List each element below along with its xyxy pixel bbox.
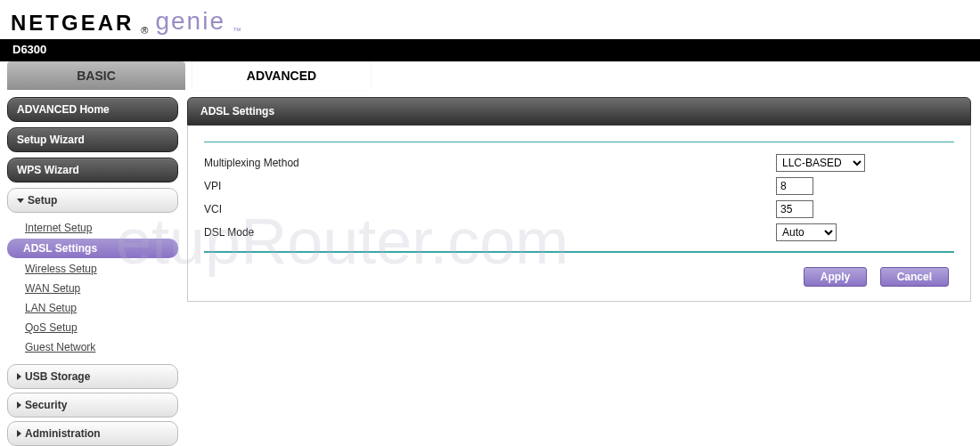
chevron-down-icon	[17, 199, 24, 203]
sidebar-advanced-home[interactable]: ADVANCED Home	[7, 97, 178, 122]
logo: NETGEAR® genie™	[11, 7, 969, 36]
sidebar-item-wireless-setup[interactable]: Wireless Setup	[7, 259, 178, 279]
label-dsl-mode: DSL Mode	[204, 226, 776, 239]
tab-basic[interactable]: BASIC	[7, 61, 185, 90]
sidebar-setup[interactable]: Setup	[7, 188, 178, 213]
sidebar-setup-wizard[interactable]: Setup Wizard	[7, 127, 178, 152]
sidebar-item-internet-setup[interactable]: Internet Setup	[7, 218, 178, 238]
label-vci: VCI	[204, 203, 776, 215]
select-dsl-mode[interactable]: Auto	[776, 223, 837, 241]
button-row: Apply Cancel	[204, 253, 954, 292]
model-bar: D6300	[0, 39, 980, 61]
cancel-button[interactable]: Cancel	[880, 267, 949, 287]
top-tabs: BASIC ADVANCED	[0, 61, 980, 90]
header: NETGEAR® genie™	[0, 0, 980, 39]
select-multiplexing[interactable]: LLC-BASED	[776, 154, 865, 172]
sidebar-item-adsl-settings[interactable]: ADSL Settings	[7, 239, 178, 258]
sidebar-item-wan-setup[interactable]: WAN Setup	[7, 279, 178, 298]
model-label: D6300	[12, 41, 980, 61]
label-multiplexing: Multiplexing Method	[204, 157, 776, 169]
divider	[204, 142, 954, 142]
chevron-right-icon	[17, 430, 21, 437]
row-vpi: VPI	[204, 174, 954, 198]
sidebar: ADVANCED Home Setup Wizard WPS Wizard Se…	[0, 90, 185, 446]
sidebar-setup-label: Setup	[28, 194, 57, 207]
sidebar-administration-label: Administration	[25, 427, 101, 440]
row-dsl-mode: DSL Mode Auto	[204, 221, 954, 244]
tab-advanced[interactable]: ADVANCED	[192, 61, 371, 90]
label-vpi: VPI	[204, 180, 776, 192]
registered-mark: ®	[141, 25, 148, 36]
chevron-right-icon	[17, 401, 21, 409]
setup-submenu: Internet Setup ADSL Settings Wireless Se…	[7, 216, 178, 364]
brand-name: NETGEAR	[11, 11, 134, 36]
sidebar-security[interactable]: Security	[7, 393, 178, 418]
apply-button[interactable]: Apply	[804, 267, 867, 287]
trademark: ™	[233, 26, 241, 36]
sidebar-security-label: Security	[25, 399, 67, 411]
chevron-right-icon	[17, 373, 21, 380]
panel-body: Multiplexing Method LLC-BASED VPI VCI	[187, 126, 971, 302]
row-vci: VCI	[204, 198, 954, 221]
sidebar-item-guest-network[interactable]: Guest Network	[7, 337, 178, 357]
sidebar-item-lan-setup[interactable]: LAN Setup	[7, 298, 178, 318]
input-vpi[interactable]	[776, 177, 813, 195]
content: ADSL Settings Multiplexing Method LLC-BA…	[185, 90, 980, 446]
sidebar-item-qos-setup[interactable]: QoS Setup	[7, 318, 178, 337]
panel-title: ADSL Settings	[187, 97, 971, 126]
sidebar-wps-wizard[interactable]: WPS Wizard	[7, 158, 178, 182]
sidebar-administration[interactable]: Administration	[7, 421, 178, 446]
subbrand: genie	[155, 7, 225, 36]
input-vci[interactable]	[776, 200, 813, 218]
sidebar-usb-storage[interactable]: USB Storage	[7, 364, 178, 389]
sidebar-usb-storage-label: USB Storage	[25, 370, 90, 383]
row-multiplexing: Multiplexing Method LLC-BASED	[204, 151, 954, 174]
